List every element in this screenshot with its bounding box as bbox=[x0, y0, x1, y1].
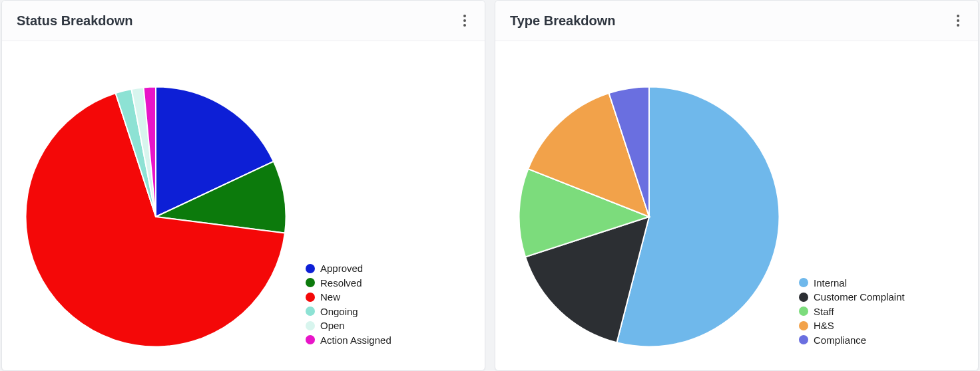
legend-swatch bbox=[306, 293, 315, 302]
legend-swatch bbox=[306, 278, 315, 287]
legend-item[interactable]: Action Assigned bbox=[306, 334, 391, 347]
card-body: InternalCustomer ComplaintStaffH&SCompli… bbox=[495, 41, 978, 370]
legend-item[interactable]: H&S bbox=[799, 319, 905, 332]
card-header: Status Breakdown bbox=[2, 1, 485, 41]
dashboard-row: Status Breakdown ApprovedResolvedNewOngo… bbox=[0, 0, 980, 371]
legend-item[interactable]: Resolved bbox=[306, 277, 391, 290]
card-menu-button[interactable] bbox=[459, 13, 470, 29]
legend-swatch bbox=[306, 321, 315, 330]
legend-item[interactable]: New bbox=[306, 291, 391, 304]
legend-label: H&S bbox=[814, 319, 834, 332]
legend-item[interactable]: Approved bbox=[306, 262, 391, 275]
legend-item[interactable]: Open bbox=[306, 319, 391, 332]
pie-chart-status bbox=[13, 74, 299, 360]
chart-area: InternalCustomer ComplaintStaffH&SCompli… bbox=[506, 49, 967, 360]
legend-item[interactable]: Customer Complaint bbox=[799, 291, 905, 304]
card-title: Type Breakdown bbox=[510, 13, 616, 29]
legend-item[interactable]: Compliance bbox=[799, 334, 905, 347]
card-header: Type Breakdown bbox=[495, 1, 978, 41]
legend-swatch bbox=[799, 335, 808, 344]
legend-label: Approved bbox=[320, 262, 363, 275]
legend-label: Ongoing bbox=[320, 305, 358, 318]
legend-item[interactable]: Staff bbox=[799, 305, 905, 318]
legend-swatch bbox=[799, 278, 808, 287]
legend-label: Internal bbox=[814, 277, 847, 290]
type-breakdown-card: Type Breakdown InternalCustomer Complain… bbox=[495, 0, 979, 371]
legend-item[interactable]: Ongoing bbox=[306, 305, 391, 318]
chart-area: ApprovedResolvedNewOngoingOpenAction Ass… bbox=[13, 49, 474, 360]
legend-label: New bbox=[320, 291, 340, 304]
legend-status: ApprovedResolvedNewOngoingOpenAction Ass… bbox=[306, 261, 391, 360]
card-title: Status Breakdown bbox=[17, 13, 132, 29]
status-breakdown-card: Status Breakdown ApprovedResolvedNewOngo… bbox=[1, 0, 485, 371]
legend-label: Open bbox=[320, 319, 345, 332]
legend-swatch bbox=[799, 293, 808, 302]
legend-swatch bbox=[799, 321, 808, 330]
legend-swatch bbox=[799, 307, 808, 316]
legend-label: Staff bbox=[814, 305, 834, 318]
pie-chart-type bbox=[506, 74, 792, 360]
legend-label: Resolved bbox=[320, 277, 362, 290]
legend-label: Action Assigned bbox=[320, 334, 391, 347]
legend-type: InternalCustomer ComplaintStaffH&SCompli… bbox=[799, 275, 905, 360]
legend-label: Compliance bbox=[814, 334, 866, 347]
card-body: ApprovedResolvedNewOngoingOpenAction Ass… bbox=[2, 41, 485, 370]
legend-item[interactable]: Internal bbox=[799, 277, 905, 290]
legend-swatch bbox=[306, 307, 315, 316]
legend-label: Customer Complaint bbox=[814, 291, 905, 304]
legend-swatch bbox=[306, 264, 315, 273]
card-menu-button[interactable] bbox=[953, 13, 963, 29]
legend-swatch bbox=[306, 335, 315, 344]
